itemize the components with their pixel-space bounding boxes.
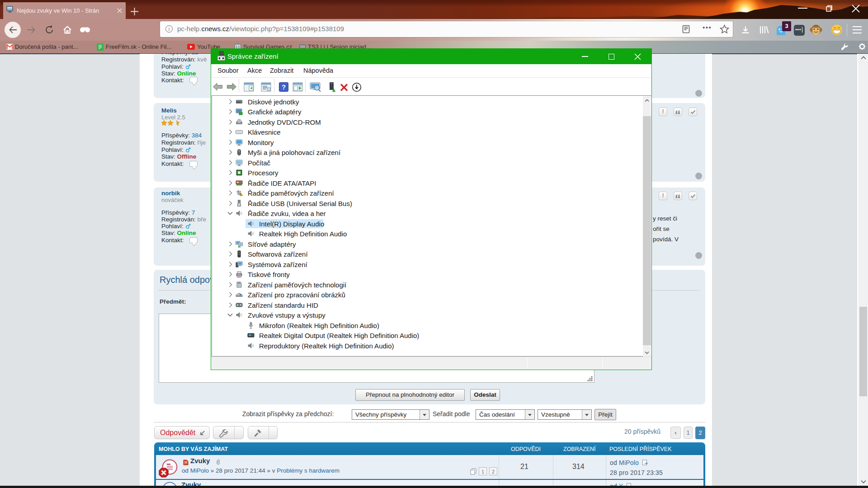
svg-text:?: ? bbox=[282, 83, 286, 91]
